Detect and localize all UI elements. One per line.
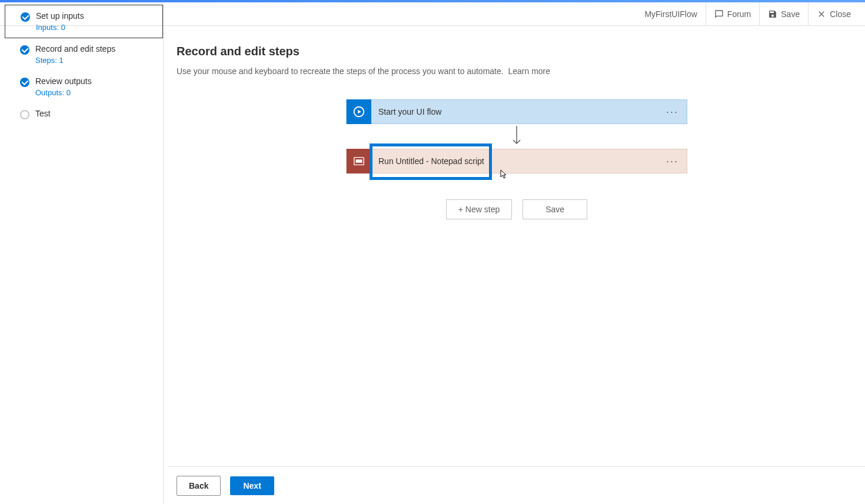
save-icon xyxy=(768,9,777,19)
cursor-icon xyxy=(500,169,509,179)
check-icon xyxy=(20,78,29,87)
svg-rect-2 xyxy=(356,159,362,163)
page-desc-text: Use your mouse and keyboard to recreate … xyxy=(177,66,504,76)
check-icon xyxy=(20,45,29,55)
step-subtitle: Inputs: 0 xyxy=(36,23,155,32)
step-title: Record and edit steps xyxy=(35,44,156,54)
play-icon xyxy=(347,99,371,124)
close-icon xyxy=(817,9,826,19)
step-content: Set up inputs Inputs: 0 xyxy=(36,11,155,32)
page-description: Use your mouse and keyboard to recreate … xyxy=(177,66,857,76)
new-step-button[interactable]: + New step xyxy=(446,199,512,219)
page-title: Record and edit steps xyxy=(177,45,857,58)
step-subtitle: Outputs: 0 xyxy=(35,88,156,97)
script-card-label: Run Untitled - Notepad script xyxy=(371,156,658,166)
close-button[interactable]: Close xyxy=(808,2,859,26)
flow-name-text: MyFirstUIFlow xyxy=(644,9,697,19)
circle-icon xyxy=(20,110,29,119)
sidebar-step-test[interactable]: Test xyxy=(5,103,163,126)
step-title: Test xyxy=(35,109,156,118)
flow-start-card[interactable]: Start your UI flow ··· xyxy=(346,99,687,124)
header-save-button[interactable]: Save xyxy=(759,2,808,26)
header-save-label: Save xyxy=(781,9,800,19)
start-card-label: Start your UI flow xyxy=(371,107,658,116)
forum-label: Forum xyxy=(727,9,751,19)
close-label: Close xyxy=(830,9,851,19)
step-content: Record and edit steps Steps: 1 xyxy=(35,44,156,65)
step-title: Review outputs xyxy=(35,76,156,86)
main-content: Record and edit steps Use your mouse and… xyxy=(168,26,865,466)
next-button[interactable]: Next xyxy=(230,476,274,495)
forum-icon xyxy=(714,9,724,19)
step-content: Review outputs Outputs: 0 xyxy=(35,76,156,97)
app-icon xyxy=(347,149,371,173)
flow-name-label: MyFirstUIFlow xyxy=(636,2,705,26)
flow-script-card[interactable]: Run Untitled - Notepad script ··· xyxy=(346,149,687,173)
step-title: Set up inputs xyxy=(36,11,155,21)
flow-actions: + New step Save xyxy=(446,199,587,219)
sidebar: Set up inputs Inputs: 0 Record and edit … xyxy=(5,5,164,504)
canvas-save-button[interactable]: Save xyxy=(523,199,587,219)
sidebar-step-outputs[interactable]: Review outputs Outputs: 0 xyxy=(5,71,163,103)
card-ellipsis-icon[interactable]: ··· xyxy=(658,155,687,168)
step-subtitle: Steps: 1 xyxy=(35,56,156,65)
footer-bar: Back Next xyxy=(168,466,865,504)
arrow-connector xyxy=(511,124,523,149)
sidebar-step-inputs[interactable]: Set up inputs Inputs: 0 xyxy=(5,5,163,38)
sidebar-step-record[interactable]: Record and edit steps Steps: 1 xyxy=(5,38,163,71)
step-content: Test xyxy=(35,109,156,118)
back-button[interactable]: Back xyxy=(177,476,221,496)
card-ellipsis-icon[interactable]: ··· xyxy=(658,106,687,118)
forum-button[interactable]: Forum xyxy=(706,2,759,26)
learn-more-link[interactable]: Learn more xyxy=(508,66,550,76)
check-icon xyxy=(21,12,30,22)
flow-canvas: Start your UI flow ··· Run Untitled - No… xyxy=(264,99,770,219)
